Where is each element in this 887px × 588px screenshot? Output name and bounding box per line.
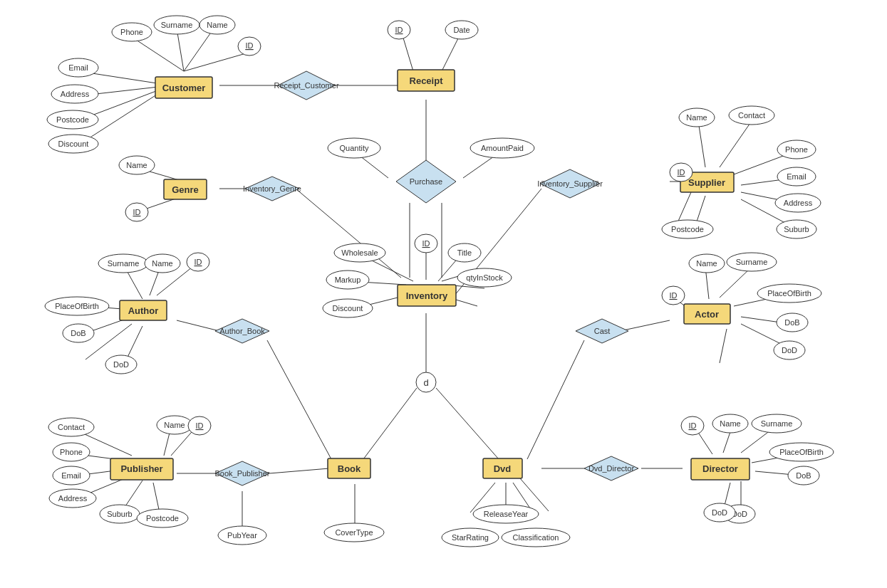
attr-dod2-director: DoD <box>712 508 727 517</box>
attr-date: Date <box>453 26 470 34</box>
attr-postcode-supplier: Postcode <box>671 225 704 233</box>
attr-id-author: ID <box>194 258 202 266</box>
attr-classification: Classification <box>513 533 559 542</box>
attr-id-customer: ID <box>246 41 254 50</box>
svg-line-59 <box>527 340 584 459</box>
supplier-entity: Supplier <box>688 177 725 188</box>
attr-placeofbirth-director: PlaceOfBirth <box>779 448 824 456</box>
attr-postcode: Postcode <box>56 115 89 124</box>
attr-contact-supplier: Contact <box>738 111 765 120</box>
attr-surname-director: Surname <box>761 419 793 428</box>
attr-id-actor: ID <box>670 291 678 300</box>
svg-line-41 <box>436 388 499 459</box>
dvd-entity: Dvd <box>494 463 512 474</box>
attr-id-genre: ID <box>133 208 141 216</box>
svg-line-30 <box>677 192 691 224</box>
attr-name: Name <box>207 21 227 29</box>
attr-dob-director: DoB <box>796 471 811 480</box>
receipt-entity: Receipt <box>410 75 444 86</box>
attr-placeofbirth-actor: PlaceOfBirth <box>767 289 811 298</box>
svg-line-11 <box>442 36 460 71</box>
publisher-entity: Publisher <box>120 463 162 474</box>
svg-line-5 <box>184 53 246 71</box>
attr-dob-actor: DoB <box>784 318 799 327</box>
svg-line-50 <box>267 340 331 459</box>
attr-email-pub: Email <box>61 471 81 480</box>
attr-name-author: Name <box>152 259 172 268</box>
attr-contact-pub: Contact <box>58 423 85 431</box>
cast-rel: Cast <box>594 327 611 335</box>
inventory-entity: Inventory <box>406 290 448 301</box>
attr-covertype: CoverType <box>335 528 373 537</box>
director-entity: Director <box>702 463 738 474</box>
attr-surname: Surname <box>161 21 193 29</box>
attr-releaseyear: ReleaseYear <box>484 510 529 518</box>
attr-address-pub: Address <box>58 494 88 503</box>
attr-phone-supplier: Phone <box>785 145 808 154</box>
author-entity: Author <box>128 305 159 316</box>
attr-id-pub: ID <box>196 421 204 430</box>
svg-line-58 <box>620 320 670 331</box>
attr-postcode-pub: Postcode <box>146 514 179 523</box>
attr-name-director: Name <box>720 419 740 428</box>
purchase-rel: Purchase <box>410 177 442 186</box>
svg-line-49 <box>177 320 219 331</box>
attr-email: Email <box>68 63 88 72</box>
attr-suburb-supplier: Suburb <box>784 225 809 233</box>
svg-line-24 <box>720 121 752 167</box>
dvd-director-rel: Dvd_Director <box>588 464 635 473</box>
attr-discount: Discount <box>58 140 89 148</box>
author-book-rel: Author_Book <box>219 327 265 335</box>
attr-id-inv: ID <box>422 239 430 248</box>
attr-dob-author: DoB <box>71 329 85 337</box>
receipt-customer-rel: Receipt_Customer <box>274 81 338 90</box>
attr-pubyear: PubYear <box>227 531 257 540</box>
attr-suburb-pub: Suburb <box>107 510 132 518</box>
attr-qtyinstock: qtyInStock <box>466 273 503 282</box>
attr-phone: Phone <box>120 28 143 36</box>
attr-phone-pub: Phone <box>60 448 83 456</box>
svg-line-3 <box>177 28 184 71</box>
attr-title: Title <box>457 248 472 257</box>
attr-address-supplier: Address <box>784 199 813 207</box>
inventory-supplier-rel: Inventory_Supplier <box>537 179 603 188</box>
discriminator-circle: d <box>423 377 428 388</box>
attr-id-receipt: ID <box>395 26 403 34</box>
attr-wholesale: Wholesale <box>341 248 378 257</box>
attr-id-supplier: ID <box>678 168 685 177</box>
svg-line-23 <box>698 121 705 167</box>
attr-name-genre: Name <box>126 161 147 169</box>
customer-entity: Customer <box>162 83 206 93</box>
actor-entity: Actor <box>695 309 719 320</box>
attr-address: Address <box>61 90 90 98</box>
svg-line-4 <box>184 28 214 71</box>
attr-id-director: ID <box>689 421 697 430</box>
svg-line-56 <box>720 329 727 363</box>
attr-email-supplier: Email <box>787 172 806 181</box>
attr-quantity: Quantity <box>340 144 369 152</box>
attr-name-actor: Name <box>696 259 717 268</box>
genre-entity: Genre <box>172 184 199 195</box>
svg-line-69 <box>269 468 329 473</box>
svg-line-40 <box>363 388 417 459</box>
inventory-genre-rel: Inventory_Genre <box>243 184 301 193</box>
book-publisher-rel: Book_Publisher <box>214 469 269 478</box>
attr-dod-author: DoD <box>113 360 129 369</box>
svg-line-52 <box>720 267 752 298</box>
attr-placeofbirth-author: PlaceOfBirth <box>55 302 99 310</box>
attr-starrating: StarRating <box>452 533 489 542</box>
svg-line-10 <box>403 36 413 71</box>
attr-dod-actor: DoD <box>782 346 797 355</box>
book-entity: Book <box>338 463 361 474</box>
svg-line-16 <box>296 189 401 278</box>
attr-surname-actor: Surname <box>736 258 768 266</box>
attr-amountpaid: AmountPaid <box>481 144 524 152</box>
attr-discount-inv: Discount <box>333 304 363 313</box>
attr-name-pub: Name <box>164 421 185 429</box>
svg-line-2 <box>132 37 184 71</box>
attr-surname-author: Surname <box>108 259 140 268</box>
attr-markup: Markup <box>335 275 361 284</box>
attr-name-supplier: Name <box>686 113 707 122</box>
